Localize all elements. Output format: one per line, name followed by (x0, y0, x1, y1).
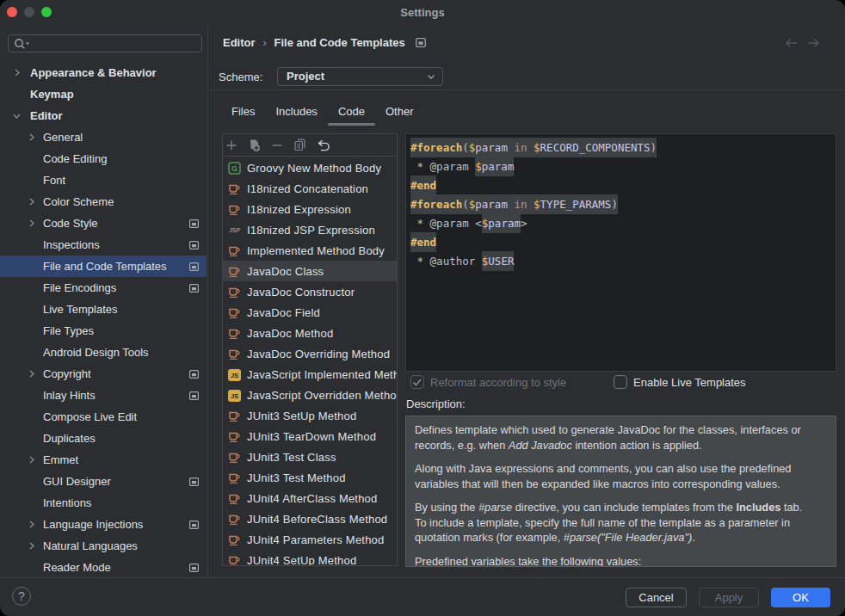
template-i18nized-expression[interactable]: I18nized Expression (223, 199, 397, 219)
template-junit4-afterclass-method[interactable]: JUnit4 AfterClass Method (223, 488, 397, 508)
sidebar-item-label: GUI Designer (43, 475, 111, 488)
template-javadoc-method[interactable]: JavaDoc Method (223, 323, 397, 343)
sidebar-item-natural-languages[interactable]: Natural Languages (0, 535, 207, 557)
copy-icon[interactable] (293, 139, 306, 151)
template-junit4-parameters-method[interactable]: JUnit4 Parameters Method (223, 529, 397, 550)
chevron-right-icon[interactable] (28, 370, 35, 378)
chevron-right-icon[interactable] (28, 456, 35, 464)
sidebar-item-intentions[interactable]: Intentions (0, 492, 207, 514)
sidebar-item-label: Copyright (43, 367, 91, 380)
scheme-select[interactable]: Project (277, 67, 443, 86)
template-javadoc-overriding-method[interactable]: JavaDoc Overriding Method (223, 343, 397, 364)
ok-button[interactable]: OK (771, 588, 830, 607)
sidebar-item-font[interactable]: Font (0, 169, 207, 191)
sidebar-item-copyright[interactable]: Copyright (0, 363, 207, 385)
live-templates-checkbox[interactable] (614, 375, 627, 389)
template-junit3-teardown-method[interactable]: JUnit3 TearDown Method (223, 426, 397, 447)
cancel-button[interactable]: Cancel (626, 588, 687, 607)
create-from-template-icon[interactable] (248, 139, 261, 151)
reformat-label: Reformat according to style (430, 376, 566, 389)
apply-button[interactable]: Apply (699, 588, 759, 607)
template-name: JavaDoc Class (247, 265, 324, 278)
sidebar-item-language-injections[interactable]: Language Injections (0, 514, 207, 535)
template-i18nized-concatenation[interactable]: I18nized Concatenation (223, 178, 397, 199)
reformat-checkbox[interactable] (410, 375, 424, 389)
sidebar-item-appearance-behavior[interactable]: Appearance & Behavior (0, 62, 207, 83)
template-javadoc-field[interactable]: JavaDoc Field (223, 302, 397, 323)
sidebar-item-compose-live-edit[interactable]: Compose Live Edit (0, 406, 207, 428)
revert-icon[interactable] (317, 139, 330, 151)
chevron-right-icon[interactable] (28, 198, 35, 206)
tab-files[interactable]: Files (221, 100, 265, 126)
template-name: JUnit3 SetUp Method (247, 410, 356, 422)
java-template-icon (228, 348, 241, 360)
tab-code[interactable]: Code (328, 100, 375, 126)
template-name: JavaDoc Overriding Method (247, 348, 390, 360)
project-setting-icon (189, 370, 199, 379)
chevron-right-icon[interactable] (28, 133, 35, 141)
sidebar-item-android-design-tools[interactable]: Android Design Tools (0, 342, 207, 363)
chevron-right-icon[interactable] (13, 69, 21, 77)
sidebar-item-reader-mode[interactable]: Reader Mode (0, 557, 207, 577)
code-line: #foreach($param in $RECORD_COMPONENTS) (406, 139, 836, 157)
sidebar-item-label: Code Style (43, 217, 98, 230)
chevron-right-icon[interactable] (28, 219, 35, 227)
sidebar-item-gui-designer[interactable]: GUI Designer (0, 471, 207, 492)
chevron-right-icon[interactable] (28, 521, 35, 528)
template-name: JavaScript Overridden Method Body (247, 389, 397, 402)
template-junit3-test-method[interactable]: JUnit3 Test Method (223, 467, 397, 488)
sidebar-item-keymap[interactable]: Keymap (0, 83, 207, 105)
help-button[interactable]: ? (12, 587, 31, 606)
template-i18nized-jsp-expression[interactable]: JSPI18nized JSP Expression (223, 219, 397, 240)
template-implemented-method-body[interactable]: Implemented Method Body (223, 240, 397, 261)
breadcrumb-editor[interactable]: Editor (223, 36, 256, 49)
code-line: * @param $param (406, 157, 836, 176)
sidebar-item-file-and-code-templates[interactable]: File and Code Templates (0, 256, 207, 277)
project-setting-icon (189, 391, 199, 400)
back-arrow-icon[interactable] (785, 38, 798, 48)
sidebar-item-code-style[interactable]: Code Style (0, 213, 207, 234)
sidebar-item-file-encodings[interactable]: File Encodings (0, 277, 207, 299)
sidebar-item-live-templates[interactable]: Live Templates (0, 299, 207, 320)
sidebar-item-file-types[interactable]: File Types (0, 320, 207, 342)
chevron-down-icon[interactable] (13, 112, 21, 120)
tab-includes[interactable]: Includes (265, 100, 327, 126)
groovy-icon: G (228, 162, 241, 175)
template-groovy-new-method-body[interactable]: GGroovy New Method Body (223, 157, 397, 178)
search-input[interactable] (8, 34, 202, 52)
sidebar-item-color-scheme[interactable]: Color Scheme (0, 191, 207, 213)
java-template-icon (228, 471, 241, 484)
template-junit3-test-class[interactable]: JUnit3 Test Class (223, 447, 397, 467)
sidebar-item-duplicates[interactable]: Duplicates (0, 428, 207, 449)
scheme-value: Project (287, 70, 324, 83)
template-code-editor[interactable]: #foreach($param in $RECORD_COMPONENTS) *… (405, 133, 836, 372)
sidebar-item-emmet[interactable]: Emmet (0, 449, 207, 471)
template-javascript-implemented-method-body[interactable]: JSJavaScript Implemented Method Body (223, 364, 397, 385)
template-javadoc-constructor[interactable]: JavaDoc Constructor (223, 281, 397, 302)
template-javascript-overridden-method-body[interactable]: JSJavaScript Overridden Method Body (223, 385, 397, 405)
java-template-icon (228, 244, 241, 257)
sidebar-item-inlay-hints[interactable]: Inlay Hints (0, 385, 207, 406)
code-line: * @param <$param> (406, 214, 836, 233)
sidebar-item-label: Inspections (43, 238, 100, 251)
sidebar-item-label: Live Templates (43, 303, 117, 316)
sidebar-item-editor[interactable]: Editor (0, 105, 207, 126)
project-setting-icon (189, 241, 199, 249)
project-setting-icon (189, 284, 199, 293)
template-junit3-setup-method[interactable]: JUnit3 SetUp Method (223, 405, 397, 426)
sidebar-item-label: Color Scheme (43, 195, 114, 208)
sidebar-item-general[interactable]: General (0, 126, 207, 148)
sidebar-item-label: Font (43, 174, 65, 187)
sidebar-item-label: Reader Mode (43, 561, 111, 574)
remove-icon[interactable] (271, 139, 283, 151)
scheme-label: Scheme: (219, 71, 262, 83)
template-javadoc-class[interactable]: JavaDoc Class (223, 261, 397, 281)
chevron-right-icon[interactable] (28, 542, 35, 550)
forward-arrow-icon[interactable] (807, 38, 820, 48)
add-icon[interactable] (225, 139, 237, 151)
sidebar-item-inspections[interactable]: Inspections (0, 234, 207, 256)
tab-other[interactable]: Other (375, 100, 424, 126)
template-junit4-setup-method[interactable]: JUnit4 SetUp Method (223, 550, 397, 566)
sidebar-item-code-editing[interactable]: Code Editing (0, 148, 207, 169)
template-junit4-beforeclass-method[interactable]: JUnit4 BeforeClass Method (223, 508, 397, 529)
